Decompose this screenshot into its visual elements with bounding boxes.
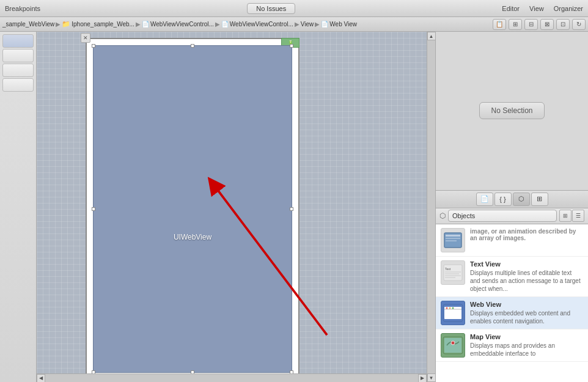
objects-icon: ⬡ (439, 211, 446, 220)
breadcrumb-item-0[interactable]: _sample_WebView (2, 21, 54, 28)
resize-handle-mr[interactable] (290, 207, 293, 211)
resize-handle-ml[interactable] (92, 207, 95, 211)
breadcrumb-sep-4: ▶ (315, 21, 320, 28)
sidebar-item-4[interactable] (2, 78, 34, 92)
object-text-mapview: Map View Displays maps and provides an e… (470, 333, 583, 358)
view-label[interactable]: View (529, 5, 544, 12)
scroll-right-arrow[interactable]: ▶ (418, 374, 427, 383)
object-icon-webview (441, 301, 465, 325)
sidebar-item-2[interactable] (2, 49, 34, 62)
toolbar-right: Editor View Organizer (502, 5, 583, 12)
left-sidebar (0, 32, 37, 382)
sidebar-item-3[interactable] (2, 64, 34, 77)
svg-text:Text: Text (445, 267, 451, 271)
object-icon-0 (441, 228, 465, 252)
object-desc-textview: Displays multiple lines of editable text… (470, 269, 583, 293)
editor-label[interactable]: Editor (502, 5, 520, 12)
breakpoints-label[interactable]: Breakpoints (5, 5, 40, 12)
scroll-up-arrow[interactable]: ▲ (427, 32, 436, 40)
objects-dropdown[interactable]: Objects (448, 210, 557, 222)
toolbar-icon-btn-4[interactable]: ⊠ (540, 19, 554, 30)
breadcrumb-label-0: _sample_WebView (2, 21, 54, 28)
iphone-frame[interactable]: ✕ 🔋 UIWebView (86, 38, 300, 380)
svg-rect-4 (446, 238, 460, 239)
uiwebview-label: UIWebView (174, 233, 211, 241)
object-name-textview: Text View (470, 260, 583, 268)
breadcrumb-item-1[interactable]: 📁 Iphone_sample_Web... (62, 20, 134, 28)
object-icon-textview: Text (441, 260, 465, 285)
iphone-close-button[interactable]: ✕ (81, 33, 90, 43)
breadcrumb-label-1: Iphone_sample_Web... (72, 21, 134, 28)
svg-point-20 (451, 341, 455, 345)
scroll-down-arrow[interactable]: ▼ (427, 373, 436, 382)
panel-tab-file[interactable]: 📄 (476, 193, 493, 206)
object-name-mapview: Map View (470, 333, 583, 340)
scroll-track-vertical[interactable] (428, 41, 435, 373)
object-name-0: image, or an animation described by an a… (470, 228, 583, 241)
objects-list: image, or an animation described by an a… (436, 224, 588, 383)
object-text-0: image, or an animation described by an a… (470, 228, 583, 243)
svg-point-16 (449, 307, 451, 309)
list-item[interactable]: Text Text View Displays multiple lines o… (436, 257, 588, 297)
object-text-textview: Text View Displays multiple lines of edi… (470, 260, 583, 293)
object-icon-mapview (441, 333, 465, 358)
main-area: ✕ 🔋 UIWebView (0, 32, 588, 382)
scroll-left-arrow[interactable]: ◀ (37, 374, 45, 383)
breadcrumb-right-buttons: 📋 ⊞ ⊟ ⊠ ⊡ ↻ (493, 19, 586, 30)
resize-handle-tl[interactable] (92, 44, 95, 48)
organizer-label[interactable]: Organizer (554, 5, 583, 12)
file-icon-2: 📄 (142, 21, 149, 28)
view-toggle: ⊞ ☰ (559, 210, 584, 222)
object-text-webview: Web View Displays embedded web content a… (470, 301, 583, 325)
panel-tab-object[interactable]: ⬡ (513, 193, 530, 206)
list-item[interactable]: Map View Displays maps and provides an e… (436, 329, 588, 362)
top-toolbar: Breakpoints No Issues Editor View Organi… (0, 0, 588, 17)
breadcrumb-label-5: Web View (329, 21, 357, 28)
breadcrumb-item-5[interactable]: 📄 Web View (321, 21, 357, 28)
object-name-webview: Web View (470, 301, 583, 308)
breadcrumb-item-2[interactable]: 📄 WebViewViewControl... (142, 21, 214, 28)
objects-bar: ⬡ Objects ⊞ ☰ (436, 208, 588, 224)
canvas-scrollbar-horizontal[interactable]: ◀ ▶ (37, 373, 427, 382)
svg-rect-5 (446, 240, 457, 241)
breadcrumb-item-3[interactable]: 📄 WebViewViewControl... (221, 21, 293, 28)
toolbar-icon-btn-3[interactable]: ⊟ (524, 19, 538, 30)
breadcrumb-sep-2: ▶ (215, 21, 220, 28)
svg-rect-3 (446, 235, 460, 237)
toolbar-icon-btn-2[interactable]: ⊞ (509, 19, 522, 30)
iphone-screen[interactable]: UIWebView (93, 45, 292, 373)
svg-point-17 (452, 307, 454, 309)
breadcrumb-bar: _sample_WebView ▶ 📁 Iphone_sample_Web...… (0, 17, 588, 32)
toolbar-icon-btn-6[interactable]: ↻ (572, 19, 586, 30)
breadcrumb-label-2: WebViewViewControl... (150, 21, 214, 28)
toolbar-icon-btn-5[interactable]: ⊡ (556, 19, 570, 30)
folder-icon-1: 📁 (62, 20, 70, 28)
resize-handle-tr[interactable] (290, 44, 293, 48)
breadcrumb-sep-1: ▶ (136, 21, 141, 28)
no-issues-button[interactable]: No Issues (247, 3, 295, 14)
panel-tab-table[interactable]: ⊞ (531, 193, 548, 206)
canvas-area[interactable]: ✕ 🔋 UIWebView (37, 32, 435, 382)
object-desc-webview: Displays embedded web content and enable… (470, 309, 583, 325)
right-panel-top: No Selection (436, 32, 588, 190)
view-grid-button[interactable]: ⊞ (559, 210, 571, 222)
list-item[interactable]: image, or an animation described by an a… (436, 224, 588, 257)
right-panel-tabs: 📄 { } ⬡ ⊞ (436, 190, 588, 208)
svg-point-15 (446, 307, 448, 309)
toolbar-icon-btn-1[interactable]: 📋 (493, 19, 506, 30)
breadcrumb-sep-3: ▶ (295, 21, 300, 28)
toolbar-center: No Issues (247, 3, 295, 14)
resize-handle-tm[interactable] (191, 44, 194, 48)
breadcrumb-label-4: View (301, 21, 314, 28)
file-icon-3: 📄 (221, 21, 229, 28)
canvas-scrollbar-vertical[interactable]: ▲ ▼ (427, 32, 435, 382)
breadcrumb-label-3: WebViewViewControl... (230, 21, 293, 28)
breadcrumb-sep-0: ▶ (56, 21, 61, 28)
list-item[interactable]: Web View Displays embedded web content a… (436, 297, 588, 329)
panel-tab-code[interactable]: { } (494, 193, 512, 206)
right-panel: No Selection 📄 { } ⬡ ⊞ ⬡ Objects ⊞ ☰ (435, 32, 588, 382)
object-desc-mapview: Displays maps and provides an embeddable… (470, 342, 583, 358)
view-list-button[interactable]: ☰ (572, 210, 584, 222)
sidebar-item-1[interactable] (2, 34, 34, 48)
breadcrumb-item-4[interactable]: View (301, 21, 314, 28)
